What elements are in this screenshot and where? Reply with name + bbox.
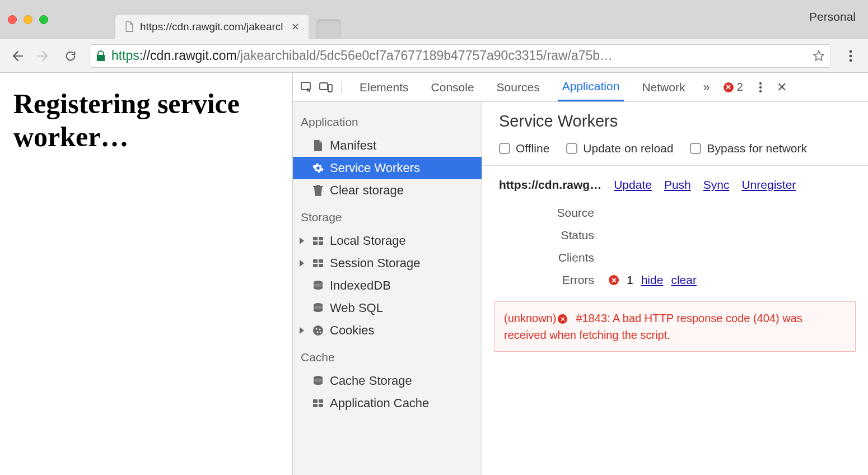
devtools-panel: Service Workers Offline Update on reload…: [482, 102, 868, 475]
svg-rect-12: [319, 241, 323, 245]
sidebar-item-label: Application Cache: [330, 396, 429, 411]
svg-rect-14: [319, 259, 323, 263]
svg-rect-13: [313, 259, 318, 263]
row-clients: Clients: [482, 246, 868, 269]
devtools-mode-icons: [300, 81, 342, 94]
sidebar-item-manifest[interactable]: Manifest: [293, 134, 482, 157]
sidebar-item-label: IndexedDB: [330, 278, 391, 293]
svg-point-2: [850, 59, 852, 62]
errors-hide-link[interactable]: hide: [641, 273, 664, 287]
back-button[interactable]: [9, 48, 25, 64]
trash-icon: [312, 184, 324, 197]
inspect-icon[interactable]: [300, 81, 314, 94]
svg-point-8: [759, 90, 762, 92]
devtools-tabbar: Elements Console Sources Application Net…: [293, 73, 868, 102]
panel-title: Service Workers: [499, 112, 851, 131]
address-bar[interactable]: https://cdn.rawgit.com/jakearchibald/5dc…: [90, 44, 831, 68]
close-window-icon[interactable]: [8, 15, 17, 24]
checkbox-icon[interactable]: [499, 143, 510, 154]
devtools-error-badge[interactable]: ✕ 2: [719, 81, 748, 94]
bookmark-star-icon[interactable]: [813, 50, 825, 62]
sidebar-item-service-workers[interactable]: Service Workers: [293, 157, 482, 179]
devtools-tab-network[interactable]: Network: [637, 74, 689, 101]
sidebar-item-local-storage[interactable]: Local Storage: [293, 230, 482, 252]
devtools-tabs-overflow-icon[interactable]: »: [698, 80, 714, 95]
svg-rect-15: [313, 264, 318, 267]
sidebar-item-clear-storage[interactable]: Clear storage: [293, 179, 482, 202]
profile-label[interactable]: Personal: [809, 10, 856, 24]
new-tab-button[interactable]: [316, 19, 341, 39]
browser-tab-strip: https://cdn.rawgit.com/jakearcl ✕ Person…: [0, 0, 868, 39]
devtools-tab-sources[interactable]: Sources: [492, 74, 544, 101]
origin-text: https://cdn.rawg…: [499, 178, 601, 192]
db-icon: [312, 280, 324, 292]
check-bypass-for-network[interactable]: Bypass for network: [690, 142, 807, 155]
checkbox-icon[interactable]: [690, 143, 701, 154]
devtools-menu-icon[interactable]: [752, 82, 769, 93]
sidebar-group-storage: Storage: [293, 202, 482, 230]
forward-button[interactable]: [36, 48, 52, 64]
svg-rect-10: [319, 237, 323, 240]
checkbox-icon[interactable]: [566, 143, 577, 154]
action-sync[interactable]: Sync: [703, 178, 730, 192]
devtools-tab-application[interactable]: Application: [558, 73, 624, 101]
svg-point-24: [317, 332, 319, 333]
svg-rect-3: [301, 82, 310, 90]
check-update-on-reload[interactable]: Update on reload: [566, 142, 673, 155]
error-icon: ✕: [609, 275, 619, 285]
action-update[interactable]: Update: [614, 178, 652, 192]
browser-menu-icon[interactable]: [842, 50, 859, 62]
minimize-window-icon[interactable]: [24, 15, 32, 24]
url-text: https://cdn.rawgit.com/jakearchibald/5dc…: [111, 48, 613, 63]
sidebar-item-application-cache[interactable]: Application Cache: [293, 392, 482, 415]
expand-icon[interactable]: [300, 238, 304, 244]
tab-title: https://cdn.rawgit.com/jakearcl: [140, 21, 283, 33]
svg-rect-5: [328, 85, 332, 92]
sidebar-item-websql[interactable]: Web SQL: [293, 297, 482, 319]
sidebar-item-cookies[interactable]: Cookies: [293, 319, 482, 342]
error-icon: ✕: [724, 82, 734, 92]
sidebar-item-cache-storage[interactable]: Cache Storage: [293, 370, 482, 392]
svg-point-1: [850, 54, 852, 57]
svg-rect-11: [313, 241, 318, 245]
check-offline[interactable]: Offline: [499, 142, 549, 155]
sidebar-item-label: Local Storage: [330, 234, 406, 248]
cookie-icon: [312, 324, 324, 337]
svg-rect-9: [313, 237, 318, 240]
expand-icon[interactable]: [300, 327, 304, 334]
action-push[interactable]: Push: [664, 178, 691, 192]
error-log: (unknown)✕ #1843: A bad HTTP response co…: [494, 301, 856, 352]
action-unregister[interactable]: Unregister: [741, 178, 796, 192]
sidebar-item-label: Service Workers: [330, 161, 420, 175]
svg-point-7: [759, 86, 762, 88]
file-icon: [124, 21, 134, 32]
device-icon[interactable]: [319, 81, 333, 94]
devtools-sidebar: Application Manifest Service Workers Cle…: [293, 102, 482, 475]
sidebar-item-indexeddb[interactable]: IndexedDB: [293, 274, 482, 297]
devtools-tab-elements[interactable]: Elements: [355, 74, 413, 101]
grid-icon: [312, 397, 324, 409]
svg-rect-29: [319, 399, 323, 403]
main-area: Registering service worker… Elements Con…: [0, 73, 868, 475]
row-status: Status: [482, 224, 868, 246]
maximize-window-icon[interactable]: [39, 15, 48, 24]
browser-tab[interactable]: https://cdn.rawgit.com/jakearcl ✕: [115, 15, 309, 39]
reload-button[interactable]: [63, 48, 78, 64]
svg-point-25: [320, 332, 321, 333]
page-heading: Registering service worker…: [13, 87, 279, 153]
devtools-tab-console[interactable]: Console: [427, 74, 479, 101]
sidebar-item-session-storage[interactable]: Session Storage: [293, 252, 482, 274]
svg-rect-31: [319, 404, 323, 407]
devtools-close-icon[interactable]: ✕: [773, 80, 790, 95]
error-count: 1: [627, 273, 633, 287]
tab-close-icon[interactable]: ✕: [291, 21, 300, 33]
svg-point-0: [850, 50, 852, 53]
panel-checks: Offline Update on reload Bypass for netw…: [499, 142, 851, 155]
row-source: Source: [482, 202, 868, 224]
svg-point-23: [319, 329, 321, 330]
file-icon: [312, 139, 324, 152]
svg-rect-4: [320, 83, 328, 90]
expand-icon[interactable]: [300, 260, 304, 267]
grid-icon: [312, 257, 324, 269]
errors-clear-link[interactable]: clear: [671, 273, 697, 287]
